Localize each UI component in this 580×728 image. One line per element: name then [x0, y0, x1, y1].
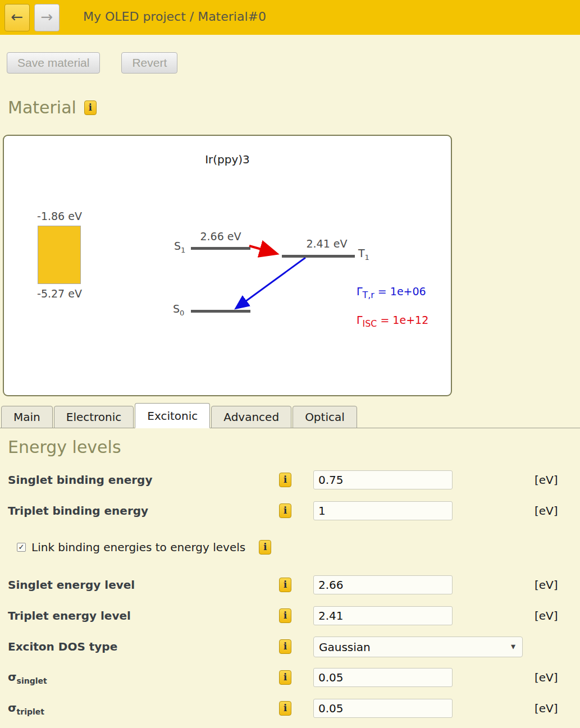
tab-advanced[interactable]: Advanced: [211, 406, 291, 428]
exciton-dos-type-label: Exciton DOS type: [8, 640, 272, 653]
singlet-energy-level-label: Singlet energy level: [8, 578, 272, 592]
page-title: Material: [8, 98, 76, 117]
material-heading-row: Material i: [8, 98, 97, 117]
singlet-binding-energy-label: Singlet binding energy: [8, 473, 272, 487]
singlet-binding-unit: [eV]: [535, 473, 558, 487]
back-button[interactable]: ←: [4, 4, 30, 31]
s0-level-bar: [191, 310, 250, 313]
forward-button[interactable]: →: [34, 4, 60, 31]
sigma-triplet-info-icon[interactable]: i: [279, 701, 291, 716]
singlet-binding-info-icon[interactable]: i: [279, 473, 291, 487]
sigma-singlet-info-icon[interactable]: i: [279, 670, 291, 685]
dos-type-info-icon[interactable]: i: [279, 639, 291, 654]
revert-button[interactable]: Revert: [121, 52, 177, 74]
sigma-triplet-input[interactable]: [313, 699, 453, 718]
link-binding-info-icon[interactable]: i: [259, 540, 271, 555]
action-buttons: Save material Revert: [7, 52, 177, 74]
chevron-down-icon: ▾: [511, 641, 515, 652]
triplet-energy-level-row: Triplet energy level i [eV]: [0, 606, 580, 626]
triplet-level-info-icon[interactable]: i: [279, 608, 291, 623]
emission-arrow: [237, 258, 305, 308]
triplet-energy-level-input[interactable]: [313, 606, 453, 625]
s1-energy-value: 2.66 eV: [191, 230, 250, 242]
sigma-triplet-label: σtriplet: [8, 701, 272, 716]
material-tabs: Main Electronic Excitonic Advanced Optic…: [0, 402, 580, 428]
isc-rate: ΓISC = 1e+12: [357, 314, 428, 329]
sigma-singlet-label: σsinglet: [8, 670, 272, 685]
isc-arrow: [249, 246, 275, 253]
link-binding-checkbox-label[interactable]: Link binding energies to energy levels: [31, 541, 245, 554]
forward-arrow-icon: →: [41, 8, 53, 25]
save-material-button[interactable]: Save material: [7, 52, 100, 74]
triplet-binding-unit: [eV]: [535, 504, 558, 518]
exciton-dos-type-select[interactable]: Gaussian ▾: [313, 637, 523, 657]
singlet-level-unit: [eV]: [535, 578, 558, 592]
material-info-icon[interactable]: i: [84, 100, 97, 115]
energy-diagram-panel: Ir(ppy)3 -1.86 eV -5.27 eV S1 T1 S0 2.66…: [3, 135, 452, 396]
tab-optical[interactable]: Optical: [293, 406, 357, 428]
exciton-dos-type-row: Exciton DOS type i Gaussian ▾: [0, 637, 580, 657]
singlet-binding-energy-input[interactable]: [313, 470, 453, 489]
s1-level-bar: [191, 247, 250, 250]
singlet-energy-level-row: Singlet energy level i [eV]: [0, 575, 580, 595]
title-bar: ← → My OLED project / Material#0: [0, 0, 580, 35]
triplet-binding-info-icon[interactable]: i: [279, 503, 291, 518]
dos-type-selected-value: Gaussian: [319, 640, 371, 654]
t1-level-bar: [282, 255, 355, 258]
breadcrumb-title: My OLED project / Material#0: [83, 10, 266, 24]
sigma-singlet-row: σsinglet i [eV]: [0, 667, 580, 688]
triplet-radiative-rate: ΓT,r = 1e+06: [357, 285, 426, 300]
sigma-singlet-unit: [eV]: [535, 671, 558, 684]
sigma-singlet-input[interactable]: [313, 668, 453, 687]
triplet-binding-energy-row: Triplet binding energy i [eV]: [0, 501, 580, 521]
tab-main[interactable]: Main: [1, 406, 53, 428]
section-title: Energy levels: [8, 437, 121, 457]
back-arrow-icon: ←: [11, 8, 24, 25]
link-binding-checkbox[interactable]: ✓: [17, 543, 26, 552]
triplet-binding-energy-input[interactable]: [313, 501, 453, 520]
excitonic-tab-content: Energy levels Singlet binding energy i […: [0, 428, 580, 728]
triplet-level-unit: [eV]: [535, 609, 558, 622]
t1-energy-value: 2.41 eV: [293, 237, 360, 250]
s1-label: S1: [174, 240, 185, 254]
singlet-level-info-icon[interactable]: i: [279, 578, 291, 592]
s0-label: S0: [173, 303, 184, 317]
sigma-triplet-row: σtriplet i [eV]: [0, 698, 580, 718]
singlet-energy-level-input[interactable]: [313, 575, 453, 594]
link-binding-energies-row: ✓ Link binding energies to energy levels…: [0, 538, 580, 556]
tab-electronic[interactable]: Electronic: [54, 406, 134, 428]
sigma-triplet-unit: [eV]: [535, 702, 558, 715]
singlet-binding-energy-row: Singlet binding energy i [eV]: [0, 470, 580, 490]
transition-arrows: [4, 136, 451, 395]
triplet-binding-energy-label: Triplet binding energy: [8, 504, 272, 518]
triplet-energy-level-label: Triplet energy level: [8, 609, 272, 622]
tab-excitonic[interactable]: Excitonic: [135, 403, 210, 428]
